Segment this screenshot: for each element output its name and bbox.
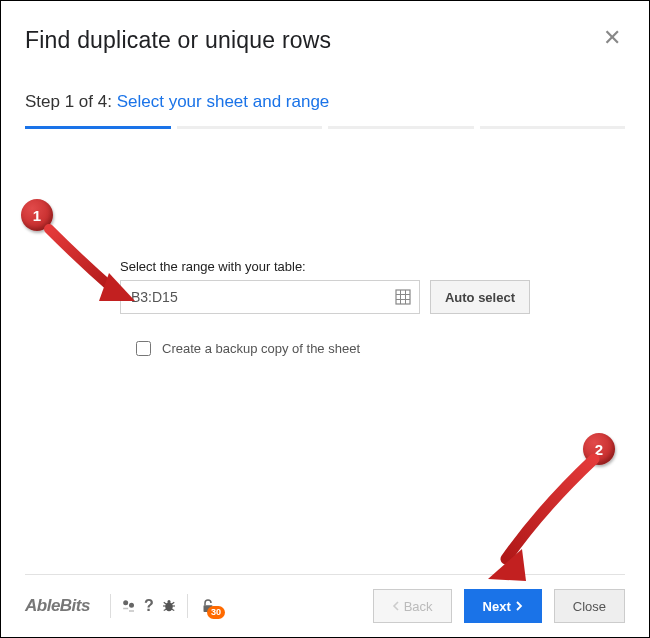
step-link[interactable]: Select your sheet and range (117, 92, 330, 111)
separator (110, 594, 111, 618)
separator-2 (187, 594, 188, 618)
chevron-right-icon (515, 601, 523, 611)
chevron-left-icon (392, 601, 400, 611)
main-content: Select the range with your table: Auto s… (25, 129, 625, 574)
range-label: Select the range with your table: (120, 259, 530, 274)
svg-point-6 (129, 603, 134, 608)
community-icon[interactable] (119, 596, 139, 616)
next-button-label: Next (483, 599, 511, 614)
svg-point-5 (123, 600, 128, 605)
svg-line-11 (171, 602, 174, 604)
auto-select-button[interactable]: Auto select (430, 280, 530, 314)
grid-icon[interactable] (395, 289, 411, 305)
backup-checkbox[interactable] (136, 341, 151, 356)
svg-line-10 (164, 602, 167, 604)
footer-left: AbleBits ? 30 (25, 594, 220, 618)
dialog-title: Find duplicate or unique rows (25, 27, 331, 54)
step-prefix: Step 1 of 4: (25, 92, 117, 111)
range-input[interactable] (121, 281, 395, 313)
backup-label[interactable]: Create a backup copy of the sheet (162, 341, 360, 356)
range-input-wrap (120, 280, 420, 314)
back-button[interactable]: Back (373, 589, 452, 623)
footer-right: Back Next Close (373, 589, 625, 623)
svg-rect-0 (396, 290, 410, 304)
svg-line-13 (171, 609, 174, 611)
step-indicator: Step 1 of 4: Select your sheet and range (25, 92, 625, 112)
next-button[interactable]: Next (464, 589, 542, 623)
close-button[interactable]: Close (554, 589, 625, 623)
dialog-header: Find duplicate or unique rows ✕ (25, 23, 625, 54)
close-icon[interactable]: ✕ (599, 23, 625, 53)
help-icon[interactable]: ? (139, 596, 159, 616)
svg-point-14 (167, 600, 170, 603)
back-button-label: Back (404, 599, 433, 614)
unlock-icon[interactable]: 30 (196, 594, 220, 618)
range-input-row: Auto select (120, 280, 530, 314)
brand-logo: AbleBits (25, 596, 102, 616)
svg-line-12 (164, 609, 167, 611)
footer: AbleBits ? 30 Back Next C (25, 574, 625, 637)
bug-icon[interactable] (159, 596, 179, 616)
backup-row: Create a backup copy of the sheet (132, 338, 530, 359)
dialog: Find duplicate or unique rows ✕ Step 1 o… (1, 1, 649, 637)
badge-count: 30 (207, 606, 225, 619)
form-block: Select the range with your table: Auto s… (120, 259, 530, 359)
